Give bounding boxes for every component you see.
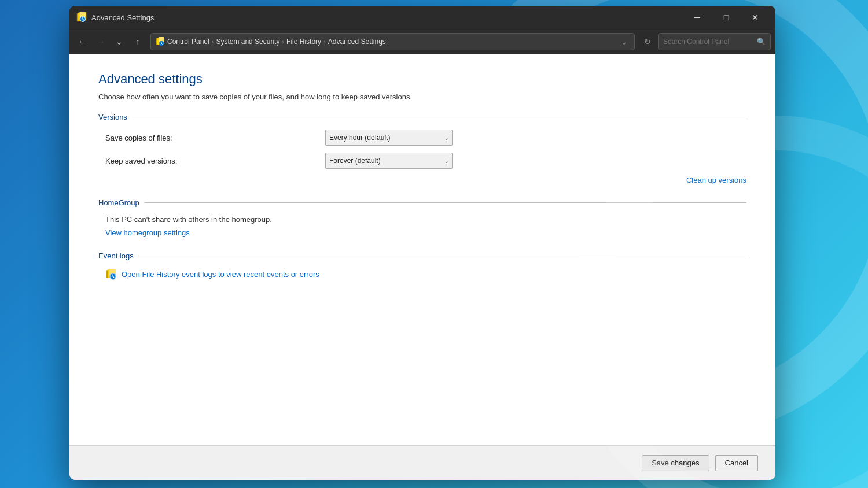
- versions-section: Versions Save copies of files: Every 10 …: [98, 113, 746, 184]
- event-logs-section-line: [138, 256, 746, 256]
- homegroup-section-title: HomeGroup: [98, 198, 139, 207]
- event-logs-section-header: Event logs: [98, 252, 746, 260]
- save-copies-row: Save copies of files: Every 10 minutes E…: [98, 130, 746, 146]
- up-button[interactable]: ↑: [130, 34, 146, 50]
- footer: Save changes Cancel: [69, 445, 775, 480]
- homegroup-section-line: [144, 202, 746, 203]
- dropdown-button[interactable]: ⌄: [111, 34, 127, 50]
- breadcrumb-control-panel[interactable]: Control Panel: [167, 38, 209, 46]
- close-button[interactable]: ✕: [742, 8, 768, 27]
- save-copies-select[interactable]: Every 10 minutes Every 15 minutes Every …: [325, 130, 453, 146]
- window-title: Advanced Settings: [91, 13, 684, 22]
- keep-versions-select-wrapper[interactable]: 1 month 3 months 6 months 9 months 1 yea…: [325, 153, 453, 169]
- breadcrumb-system-security[interactable]: System and Security: [216, 38, 279, 46]
- nav-bar: ← → ⌄ ↑ Control Panel › System and Secur…: [69, 29, 775, 54]
- forward-button[interactable]: →: [93, 34, 109, 50]
- homegroup-section-header: HomeGroup: [98, 198, 746, 207]
- title-bar: Advanced Settings ─ □ ✕: [69, 6, 775, 29]
- cancel-button[interactable]: Cancel: [715, 455, 758, 471]
- versions-section-title: Versions: [98, 113, 127, 121]
- versions-section-line: [132, 117, 746, 117]
- keep-versions-select[interactable]: 1 month 3 months 6 months 9 months 1 yea…: [325, 153, 453, 169]
- address-bar-icon: [156, 37, 165, 46]
- page-content: Advanced settings Choose how often you w…: [69, 54, 775, 445]
- keep-versions-row: Keep saved versions: 1 month 3 months 6 …: [98, 153, 746, 169]
- homegroup-body-text: This PC can't share with others in the h…: [98, 215, 746, 224]
- breadcrumb-file-history[interactable]: File History: [286, 38, 321, 46]
- event-logs-section-title: Event logs: [98, 252, 134, 260]
- versions-section-header: Versions: [98, 113, 746, 121]
- minimize-button[interactable]: ─: [684, 8, 711, 27]
- keep-versions-label: Keep saved versions:: [105, 157, 325, 165]
- maximize-button[interactable]: □: [713, 8, 740, 27]
- page-description: Choose how often you want to save copies…: [98, 93, 746, 101]
- cleanup-link-row: Clean up versions: [98, 176, 746, 184]
- event-logs-section: Event logs Open File Hi: [98, 252, 746, 280]
- save-copies-select-wrapper[interactable]: Every 10 minutes Every 15 minutes Every …: [325, 130, 453, 146]
- search-input[interactable]: [663, 38, 753, 46]
- breadcrumb-advanced-settings: Advanced Settings: [328, 38, 386, 46]
- window-controls: ─ □ ✕: [684, 8, 768, 27]
- open-event-logs-link[interactable]: Open File History event logs to view rec…: [122, 270, 319, 279]
- breadcrumb: Control Panel › System and Security › Fi…: [167, 38, 616, 46]
- clean-up-versions-link[interactable]: Clean up versions: [686, 176, 746, 184]
- content-area: Advanced settings Choose how often you w…: [69, 54, 775, 480]
- address-bar[interactable]: Control Panel › System and Security › Fi…: [150, 33, 635, 50]
- homegroup-section: HomeGroup This PC can't share with other…: [98, 198, 746, 238]
- main-window: Advanced Settings ─ □ ✕ ← → ⌄ ↑ Contro: [69, 6, 775, 480]
- event-logs-item: Open File History event logs to view rec…: [98, 268, 746, 280]
- search-icon: 🔍: [757, 38, 766, 46]
- address-dropdown-button[interactable]: ⌄: [618, 34, 630, 50]
- refresh-button[interactable]: ↻: [639, 34, 656, 50]
- search-box[interactable]: 🔍: [658, 33, 771, 50]
- view-homegroup-settings-link[interactable]: View homegroup settings: [105, 228, 190, 237]
- save-copies-label: Save copies of files:: [105, 134, 325, 142]
- event-log-icon: [105, 268, 117, 280]
- file-history-icon: [76, 12, 87, 23]
- save-changes-button[interactable]: Save changes: [642, 455, 709, 471]
- back-button[interactable]: ←: [74, 34, 90, 50]
- page-title: Advanced settings: [98, 72, 746, 87]
